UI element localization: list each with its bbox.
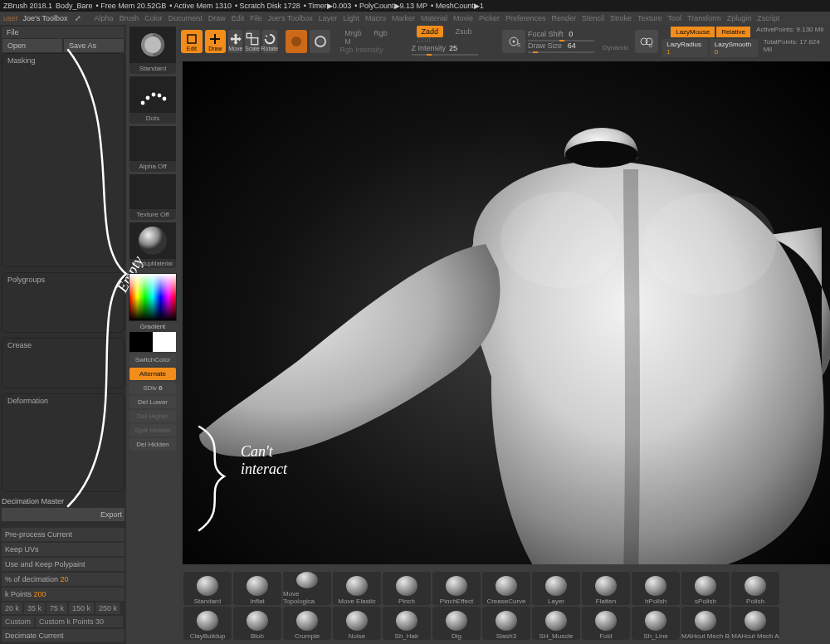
brush-polish[interactable]: Polish (731, 572, 779, 605)
deformation-panel[interactable]: Deformation (2, 393, 124, 492)
menu-alpha[interactable]: Alpha (95, 14, 114, 22)
color-picker[interactable] (129, 273, 177, 321)
brush-layer[interactable]: Layer (532, 572, 580, 605)
brush-creasecurve[interactable]: CreaseCurve (482, 572, 530, 605)
split-hidden-button[interactable]: Split Hidden (129, 424, 176, 437)
k20[interactable]: 20 k (2, 603, 22, 614)
crease-panel[interactable]: Crease (2, 338, 124, 388)
custom-button[interactable]: Custom (2, 616, 34, 627)
del-lower-button[interactable]: Del Lower (129, 396, 176, 408)
menu-file[interactable]: File (250, 14, 262, 22)
mrgb-toggle[interactable]: Mrgb (344, 29, 362, 37)
scale-button[interactable]: Scale (245, 30, 260, 53)
brush-move-topologica[interactable]: Move Topologica (283, 572, 331, 605)
lazyradius-slider[interactable]: LazyRadius 1 (662, 39, 708, 57)
brush-spolish[interactable]: sPolish (681, 572, 730, 605)
rgb-toggle[interactable]: Rgb (374, 29, 388, 37)
menu-draw[interactable]: Draw (208, 14, 226, 22)
menu-brush[interactable]: Brush (120, 14, 139, 22)
stroke-selector[interactable]: Dots (129, 76, 176, 124)
brush-sh-hair[interactable]: Sh_Hair (383, 607, 431, 640)
brush-hpolish[interactable]: hPolish (632, 572, 680, 605)
preprocess-button[interactable]: Pre-process Current (2, 528, 124, 541)
open-button[interactable]: Open (2, 39, 62, 52)
brush-selector[interactable]: Standard (129, 27, 176, 74)
brush-inflat[interactable]: Inflat (233, 572, 281, 605)
masking-panel[interactable]: Masking (2, 53, 124, 267)
dynamic-toggle[interactable]: Dynamic (603, 44, 628, 51)
menu-zplugin[interactable]: Zplugin (727, 14, 752, 22)
brush-sh-line[interactable]: Sh_Line (632, 607, 680, 640)
custom-k-slider[interactable]: Custom k Points 30 (36, 616, 123, 627)
k35[interactable]: 35 k (24, 603, 45, 614)
menu-transform[interactable]: Transform (687, 14, 721, 22)
move-button[interactable]: Move (228, 30, 242, 53)
switchcolor-button[interactable]: SwitchColor (129, 354, 176, 366)
del-higher-button[interactable]: Del Higher (129, 410, 176, 422)
menu-picker[interactable]: Picker (479, 14, 500, 22)
brush-standard[interactable]: Standard (183, 572, 232, 605)
menu-edit[interactable]: Edit (232, 14, 245, 22)
rgb-intensity[interactable]: Rgb Intensity (339, 46, 404, 54)
menu-material[interactable]: Material (421, 14, 447, 22)
brush-flatten[interactable]: Flatten (582, 572, 630, 605)
menu-preferences[interactable]: Preferences (505, 14, 546, 22)
relative-toggle[interactable]: Relative (716, 27, 750, 37)
k250[interactable]: 250 k (95, 603, 120, 614)
kpoints-slider[interactable]: k Points 200 (2, 588, 124, 601)
menu-stencil[interactable]: Stencil (582, 14, 604, 22)
brush-dig[interactable]: Dig (432, 607, 481, 640)
brush-fold[interactable]: Fold (582, 607, 630, 640)
draw-button[interactable]: Draw (205, 30, 227, 53)
lazy-icon[interactable]: D (635, 30, 658, 53)
brush-move-elastic[interactable]: Move Elastic (333, 572, 381, 605)
menu-movie[interactable]: Movie (453, 14, 473, 22)
color-swatches[interactable] (129, 332, 176, 352)
alternate-button[interactable]: Alternate (129, 368, 176, 380)
decimate-button[interactable]: Decimate Current (2, 629, 124, 642)
brush-pincheffect[interactable]: PinchEffect (432, 572, 481, 605)
keep-uvs-button[interactable]: Keep UVs (2, 543, 124, 556)
menu-color[interactable]: Color (144, 14, 163, 22)
menu-document[interactable]: Document (168, 14, 203, 22)
del-hidden-button[interactable]: Del Hidden (129, 438, 176, 451)
menu-joes[interactable]: Joe's Toolbox (268, 14, 313, 22)
export-button[interactable]: Export (2, 508, 124, 521)
alpha-selector[interactable]: Alpha Off (129, 126, 176, 172)
menu-macro[interactable]: Macro (365, 14, 386, 22)
menu-layer[interactable]: Layer (319, 14, 338, 22)
focal-shift-slider[interactable]: Focal Shift 0 (528, 30, 628, 41)
lazymouse-toggle[interactable]: LazyMouse (671, 27, 715, 37)
brush-pinch[interactable]: Pinch (383, 572, 431, 605)
keep-polypaint-button[interactable]: Use and Keep Polypaint (2, 558, 124, 571)
menu-zscript[interactable]: Zscript (757, 14, 779, 22)
menu-render[interactable]: Render (552, 14, 577, 22)
brush-slash3[interactable]: Slash3 (482, 607, 530, 640)
menu-light[interactable]: Light (343, 14, 359, 22)
menu-marker[interactable]: Marker (392, 14, 415, 22)
popout-icon[interactable]: ⤢ (75, 14, 81, 22)
zsub-toggle[interactable]: Zsub (456, 27, 472, 36)
brush-mahcut-a[interactable]: MAHcut Mech A (731, 607, 779, 640)
edit-button[interactable]: Edit (181, 30, 203, 53)
sphere-a-icon[interactable] (286, 30, 307, 53)
brush-sh-muscle[interactable]: SH_Muscle (532, 607, 580, 640)
viewport[interactable]: Can't interact (183, 61, 830, 564)
polygroups-panel[interactable]: Polygroups (2, 272, 124, 333)
brush-claybuildup[interactable]: ClayBuildup (183, 607, 232, 640)
saveas-button[interactable]: Save As (64, 39, 124, 52)
brush-noise[interactable]: Noise (333, 607, 381, 640)
sdiv-slider[interactable]: SDiv 6 (129, 382, 176, 394)
menu-tool[interactable]: Tool (668, 14, 682, 22)
sphere-b-icon[interactable] (310, 30, 331, 53)
k75[interactable]: 75 k (46, 603, 67, 614)
toolbox-title[interactable]: Joe's Toolbox (23, 14, 68, 22)
menu-texture[interactable]: Texture (637, 14, 662, 22)
z-intensity-slider[interactable]: Z Intensity25 (412, 44, 496, 56)
file-header[interactable]: File (2, 27, 124, 38)
zcut-toggle[interactable]: Zcut (417, 36, 432, 44)
focal-icon[interactable]: S (502, 30, 525, 53)
drawsize-slider[interactable]: Draw Size 64Dynamic (528, 41, 628, 53)
menu-stroke[interactable]: Stroke (610, 14, 632, 22)
lazysmooth-slider[interactable]: LazySmooth 0 (710, 39, 758, 57)
